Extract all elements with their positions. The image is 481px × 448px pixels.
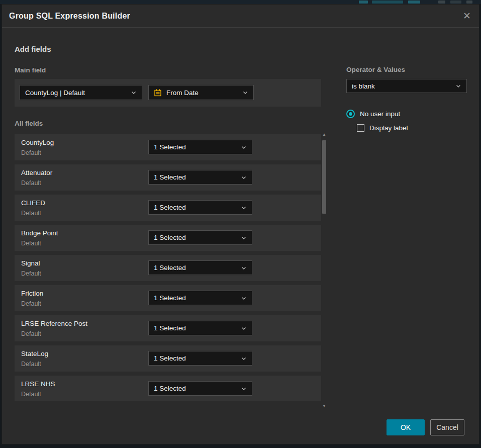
chevron-down-icon: [241, 205, 247, 211]
main-field-date-select[interactable]: From Date: [148, 85, 254, 100]
operator-select-value: is blank: [352, 82, 451, 90]
field-selection-select[interactable]: 1 Selected: [148, 351, 252, 366]
group-sql-expression-builder-dialog: Group SQL Expression Builder ✕ Add field…: [2, 4, 479, 444]
field-selection-value: 1 Selected: [154, 385, 237, 392]
chevron-down-icon: [241, 235, 247, 241]
field-selection-value: 1 Selected: [154, 173, 237, 181]
background-app-fragment: [466, 1, 472, 4]
field-name: Bridge Point: [21, 229, 58, 237]
close-icon[interactable]: ✕: [461, 10, 473, 22]
chevron-down-icon: [241, 265, 247, 271]
dialog-title: Group SQL Expression Builder: [9, 12, 130, 21]
field-selection-select[interactable]: 1 Selected: [148, 291, 252, 305]
field-sublabel: Default: [21, 361, 41, 368]
display-label-option[interactable]: Display label: [357, 124, 408, 132]
chevron-down-icon: [241, 355, 247, 362]
field-selection-select[interactable]: 1 Selected: [148, 321, 252, 335]
field-row: Bridge Point Default 1 Selected: [15, 225, 321, 251]
field-name: Attenuator: [21, 169, 52, 176]
field-sublabel: Default: [21, 391, 41, 398]
chevron-down-icon: [242, 89, 248, 96]
operator-select[interactable]: is blank: [346, 79, 467, 93]
field-selection-value: 1 Selected: [154, 204, 237, 211]
field-row: Friction Default 1 Selected: [15, 285, 321, 311]
field-row: CountyLog Default 1 Selected: [15, 134, 321, 160]
field-selection-value: 1 Selected: [154, 324, 237, 332]
field-name: LRSE NHS: [21, 380, 55, 388]
field-sublabel: Default: [21, 300, 41, 307]
field-selection-value: 1 Selected: [154, 354, 237, 362]
field-sublabel: Default: [21, 270, 41, 277]
screen: Group SQL Expression Builder ✕ Add field…: [0, 0, 481, 448]
vertical-divider: [335, 61, 335, 409]
radio-dot: [349, 112, 352, 116]
display-label-checkbox[interactable]: [357, 124, 364, 132]
field-selection-select[interactable]: 1 Selected: [148, 140, 252, 154]
field-name: Friction: [21, 290, 43, 297]
add-fields-heading: Add fields: [15, 45, 51, 53]
chevron-down-icon: [455, 83, 461, 89]
background-app-fragment: [438, 1, 445, 4]
field-sublabel: Default: [21, 180, 41, 187]
field-selection-value: 1 Selected: [154, 143, 237, 151]
field-row: LRSE Reference Post Default 1 Selected: [15, 315, 321, 341]
field-selection-select[interactable]: 1 Selected: [148, 200, 252, 215]
background-app-fragment: [359, 1, 368, 4]
main-field-date-select-value: From Date: [166, 89, 238, 97]
field-sublabel: Default: [21, 240, 41, 247]
field-selection-select[interactable]: 1 Selected: [148, 230, 252, 245]
no-user-input-option[interactable]: No user input: [346, 110, 400, 118]
field-row: CLIFED Default 1 Selected: [15, 195, 321, 221]
chevron-down-icon: [241, 295, 247, 301]
scrollbar-thumb[interactable]: [322, 140, 326, 214]
chevron-down-icon: [241, 386, 247, 392]
main-field-layer-select[interactable]: CountyLog | Default: [20, 85, 142, 100]
field-row: StateLog Default 1 Selected: [15, 345, 321, 372]
field-sublabel: Default: [21, 210, 41, 217]
background-app-fragment: [408, 1, 420, 4]
field-name: Signal: [21, 259, 40, 267]
field-name: LRSE Reference Post: [21, 320, 87, 327]
no-user-input-label: No user input: [360, 110, 400, 118]
all-fields-label: All fields: [15, 120, 43, 127]
field-sublabel: Default: [21, 330, 41, 337]
all-fields-list: CountyLog Default 1 Selected Attenuator …: [15, 134, 321, 401]
field-sublabel: Default: [21, 149, 41, 156]
display-label-text: Display label: [369, 124, 408, 132]
calendar-icon: [154, 88, 162, 97]
field-row: Attenuator Default 1 Selected: [15, 164, 321, 191]
chevron-down-icon: [131, 89, 137, 96]
scrollbar-down-icon[interactable]: ▼: [321, 404, 327, 409]
operator-values-label: Operator & Values: [346, 66, 405, 73]
field-selection-value: 1 Selected: [154, 234, 237, 241]
field-name: CLIFED: [21, 199, 45, 207]
field-selection-select[interactable]: 1 Selected: [148, 381, 252, 396]
field-name: StateLog: [21, 350, 48, 357]
background-app-fragment: [450, 1, 461, 4]
dialog-titlebar: Group SQL Expression Builder ✕: [2, 5, 479, 28]
main-field-layer-select-value: CountyLog | Default: [25, 89, 127, 97]
field-selection-select[interactable]: 1 Selected: [148, 170, 252, 185]
cancel-button[interactable]: Cancel: [430, 419, 464, 435]
field-name: CountyLog: [21, 139, 54, 146]
chevron-down-icon: [241, 144, 247, 150]
field-selection-value: 1 Selected: [154, 264, 237, 272]
main-field-label: Main field: [15, 66, 46, 74]
list-scrollbar: ▲ ▼: [321, 132, 327, 409]
field-selection-select[interactable]: 1 Selected: [148, 260, 252, 275]
main-field-panel: CountyLog | Default From Date: [15, 79, 321, 107]
background-app-strip: [0, 0, 481, 4]
field-row: LRSE NHS Default 1 Selected: [15, 376, 321, 401]
field-row: Signal Default 1 Selected: [15, 255, 321, 281]
chevron-down-icon: [241, 174, 247, 181]
no-user-input-radio[interactable]: [346, 110, 355, 118]
field-selection-value: 1 Selected: [154, 294, 237, 302]
ok-button[interactable]: OK: [387, 419, 425, 435]
background-app-fragment: [372, 1, 403, 4]
chevron-down-icon: [241, 325, 247, 331]
scrollbar-up-icon[interactable]: ▲: [321, 132, 327, 137]
